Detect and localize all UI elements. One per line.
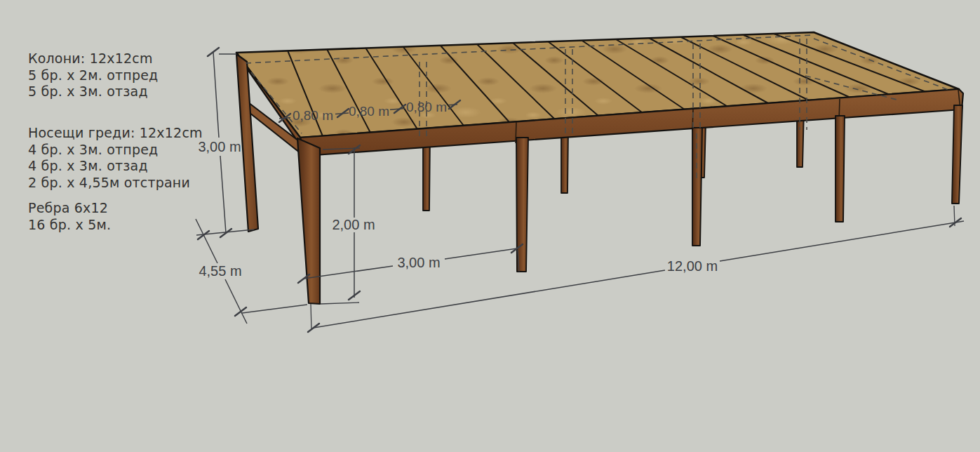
rear-column-2 [423, 139, 430, 211]
sketchup-viewport[interactable]: 3,00 m 4,55 m 2,00 m 3,00 m 12,00 m 0,80… [0, 0, 980, 452]
front-column-5 [952, 105, 962, 204]
dimension-bay-spacing-label: 3,00 m [397, 255, 440, 270]
dimension-rib-spacing-label-3: 0,80 m [406, 100, 447, 114]
dimension-rib-spacing-label-2: 0,80 m [349, 104, 389, 119]
rear-column-3 [561, 132, 568, 193]
front-left-column [297, 138, 320, 304]
note-beams-spec: Носещи греди: 12x12cm 4 бр. x 3м. отпред… [28, 125, 203, 191]
front-column-3 [692, 128, 702, 246]
dimension-rib-spacing-label-1: 0,80 m [293, 108, 333, 123]
dimension-back-height-label: 3,00 m [198, 139, 241, 154]
note-columns-spec: Колони: 12x12cm 5 бр. x 2м. отпред 5 бр.… [28, 51, 158, 100]
dimension-total-length-label: 12,00 m [667, 258, 718, 274]
dimension-front-height-label: 2,00 m [332, 217, 375, 232]
front-column-4 [835, 116, 845, 222]
note-ribs-spec: Ребра 6x12 16 бр. x 5м. [28, 200, 111, 233]
dimension-side-depth-label: 4,55 m [199, 263, 241, 279]
